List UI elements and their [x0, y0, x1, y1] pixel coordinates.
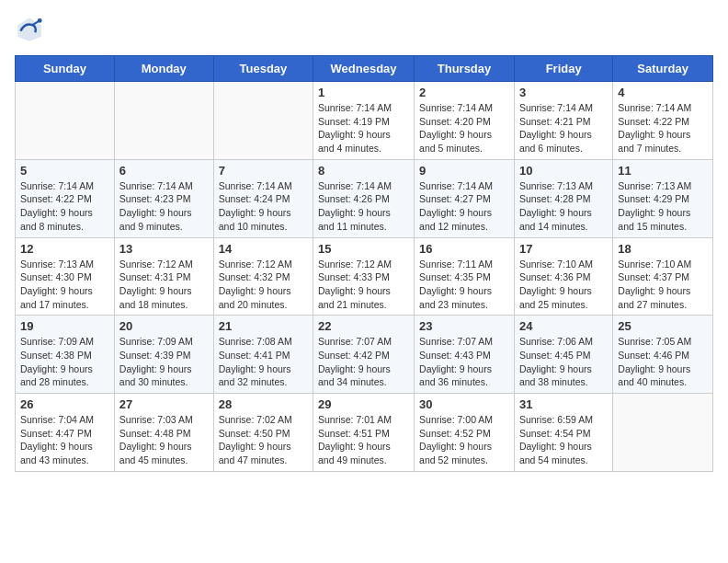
calendar-cell: 10Sunrise: 7:13 AM Sunset: 4:28 PM Dayli…: [514, 159, 612, 237]
day-number: 29: [318, 397, 409, 411]
cell-content: Sunrise: 7:07 AM Sunset: 4:43 PM Dayligh…: [419, 335, 509, 389]
day-number: 24: [519, 319, 608, 333]
calendar-cell: 14Sunrise: 7:12 AM Sunset: 4:32 PM Dayli…: [213, 237, 313, 316]
calendar-cell: 22Sunrise: 7:07 AM Sunset: 4:42 PM Dayli…: [313, 316, 415, 394]
day-number: 3: [519, 86, 608, 99]
calendar-cell: 1Sunrise: 7:14 AM Sunset: 4:19 PM Daylig…: [313, 82, 415, 160]
day-number: 1: [318, 86, 409, 99]
day-number: 19: [20, 319, 109, 333]
day-number: 28: [219, 397, 308, 411]
cell-content: Sunrise: 7:14 AM Sunset: 4:20 PM Dayligh…: [419, 101, 509, 155]
cell-content: Sunrise: 7:14 AM Sunset: 4:23 PM Dayligh…: [119, 179, 209, 234]
day-number: 5: [20, 164, 109, 178]
calendar-cell: 8Sunrise: 7:14 AM Sunset: 4:26 PM Daylig…: [313, 159, 415, 237]
day-number: 18: [618, 242, 708, 256]
day-number: 23: [419, 319, 509, 333]
day-number: 21: [219, 319, 308, 333]
calendar-cell: 16Sunrise: 7:11 AM Sunset: 4:35 PM Dayli…: [415, 237, 515, 316]
cell-content: Sunrise: 7:10 AM Sunset: 4:36 PM Dayligh…: [519, 258, 608, 312]
day-number: 14: [219, 242, 308, 256]
day-number: 30: [419, 397, 509, 411]
cell-content: Sunrise: 7:14 AM Sunset: 4:19 PM Dayligh…: [318, 101, 409, 155]
cell-content: Sunrise: 7:01 AM Sunset: 4:51 PM Dayligh…: [318, 413, 409, 467]
cell-content: Sunrise: 7:10 AM Sunset: 4:37 PM Dayligh…: [618, 258, 708, 312]
calendar-cell: 2Sunrise: 7:14 AM Sunset: 4:20 PM Daylig…: [415, 82, 515, 160]
day-number: 16: [419, 242, 509, 256]
calendar-header-row: SundayMondayTuesdayWednesdayThursdayFrid…: [16, 56, 713, 82]
day-number: 22: [318, 319, 409, 333]
calendar-cell: 30Sunrise: 7:00 AM Sunset: 4:52 PM Dayli…: [415, 394, 515, 472]
calendar-table: SundayMondayTuesdayWednesdayThursdayFrid…: [15, 55, 713, 472]
day-number: 11: [618, 164, 708, 178]
calendar-cell: 6Sunrise: 7:14 AM Sunset: 4:23 PM Daylig…: [114, 159, 213, 237]
cell-content: Sunrise: 7:09 AM Sunset: 4:39 PM Dayligh…: [119, 335, 209, 389]
cell-content: Sunrise: 7:14 AM Sunset: 4:26 PM Dayligh…: [318, 179, 409, 234]
day-header-sunday: Sunday: [16, 56, 115, 82]
cell-content: Sunrise: 7:14 AM Sunset: 4:24 PM Dayligh…: [219, 179, 308, 234]
day-number: 8: [318, 164, 409, 178]
calendar-cell: 12Sunrise: 7:13 AM Sunset: 4:30 PM Dayli…: [16, 237, 115, 316]
cell-content: Sunrise: 7:12 AM Sunset: 4:32 PM Dayligh…: [219, 258, 308, 312]
cell-content: Sunrise: 7:11 AM Sunset: 4:35 PM Dayligh…: [419, 258, 509, 312]
svg-point-1: [38, 18, 42, 23]
calendar-cell: 20Sunrise: 7:09 AM Sunset: 4:39 PM Dayli…: [114, 316, 213, 394]
cell-content: Sunrise: 7:12 AM Sunset: 4:31 PM Dayligh…: [119, 258, 209, 312]
day-header-friday: Friday: [514, 56, 612, 82]
cell-content: Sunrise: 7:05 AM Sunset: 4:46 PM Dayligh…: [618, 335, 708, 389]
calendar-week-4: 19Sunrise: 7:09 AM Sunset: 4:38 PM Dayli…: [16, 316, 713, 394]
calendar-week-5: 26Sunrise: 7:04 AM Sunset: 4:47 PM Dayli…: [16, 394, 713, 472]
calendar-cell: [613, 394, 713, 472]
day-number: 4: [618, 86, 708, 99]
day-number: 26: [20, 397, 109, 411]
calendar-cell: 17Sunrise: 7:10 AM Sunset: 4:36 PM Dayli…: [514, 237, 612, 316]
calendar-cell: 9Sunrise: 7:14 AM Sunset: 4:27 PM Daylig…: [415, 159, 515, 237]
day-number: 17: [519, 242, 608, 256]
day-number: 7: [219, 164, 308, 178]
cell-content: Sunrise: 7:00 AM Sunset: 4:52 PM Dayligh…: [419, 413, 509, 467]
calendar-cell: 4Sunrise: 7:14 AM Sunset: 4:22 PM Daylig…: [613, 82, 713, 160]
day-number: 2: [419, 86, 509, 99]
calendar-cell: 31Sunrise: 6:59 AM Sunset: 4:54 PM Dayli…: [514, 394, 612, 472]
calendar-cell: 15Sunrise: 7:12 AM Sunset: 4:33 PM Dayli…: [313, 237, 415, 316]
page-header: [15, 15, 713, 44]
logo: [15, 15, 48, 44]
day-number: 27: [119, 397, 209, 411]
calendar-cell: 21Sunrise: 7:08 AM Sunset: 4:41 PM Dayli…: [213, 316, 313, 394]
calendar-cell: 13Sunrise: 7:12 AM Sunset: 4:31 PM Dayli…: [114, 237, 213, 316]
cell-content: Sunrise: 7:06 AM Sunset: 4:45 PM Dayligh…: [519, 335, 608, 389]
day-number: 13: [119, 242, 209, 256]
cell-content: Sunrise: 7:03 AM Sunset: 4:48 PM Dayligh…: [119, 413, 209, 467]
calendar-cell: 5Sunrise: 7:14 AM Sunset: 4:22 PM Daylig…: [16, 159, 115, 237]
day-number: 12: [20, 242, 109, 256]
calendar-cell: [114, 82, 213, 160]
cell-content: Sunrise: 7:13 AM Sunset: 4:30 PM Dayligh…: [20, 258, 109, 312]
cell-content: Sunrise: 7:14 AM Sunset: 4:22 PM Dayligh…: [618, 101, 708, 155]
calendar-cell: 18Sunrise: 7:10 AM Sunset: 4:37 PM Dayli…: [613, 237, 713, 316]
day-number: 15: [318, 242, 409, 256]
cell-content: Sunrise: 7:02 AM Sunset: 4:50 PM Dayligh…: [219, 413, 308, 467]
day-header-tuesday: Tuesday: [213, 56, 313, 82]
cell-content: Sunrise: 7:13 AM Sunset: 4:29 PM Dayligh…: [618, 179, 708, 234]
day-number: 31: [519, 397, 608, 411]
calendar-cell: 26Sunrise: 7:04 AM Sunset: 4:47 PM Dayli…: [16, 394, 115, 472]
calendar-cell: 28Sunrise: 7:02 AM Sunset: 4:50 PM Dayli…: [213, 394, 313, 472]
day-number: 20: [119, 319, 209, 333]
calendar-cell: 29Sunrise: 7:01 AM Sunset: 4:51 PM Dayli…: [313, 394, 415, 472]
calendar-cell: [16, 82, 115, 160]
cell-content: Sunrise: 7:14 AM Sunset: 4:27 PM Dayligh…: [419, 179, 509, 234]
calendar-cell: [213, 82, 313, 160]
calendar-cell: 24Sunrise: 7:06 AM Sunset: 4:45 PM Dayli…: [514, 316, 612, 394]
calendar-cell: 25Sunrise: 7:05 AM Sunset: 4:46 PM Dayli…: [613, 316, 713, 394]
cell-content: Sunrise: 6:59 AM Sunset: 4:54 PM Dayligh…: [519, 413, 608, 467]
cell-content: Sunrise: 7:09 AM Sunset: 4:38 PM Dayligh…: [20, 335, 109, 389]
calendar-week-3: 12Sunrise: 7:13 AM Sunset: 4:30 PM Dayli…: [16, 237, 713, 316]
cell-content: Sunrise: 7:13 AM Sunset: 4:28 PM Dayligh…: [519, 179, 608, 234]
cell-content: Sunrise: 7:04 AM Sunset: 4:47 PM Dayligh…: [20, 413, 109, 467]
calendar-week-1: 1Sunrise: 7:14 AM Sunset: 4:19 PM Daylig…: [16, 82, 713, 160]
calendar-cell: 7Sunrise: 7:14 AM Sunset: 4:24 PM Daylig…: [213, 159, 313, 237]
calendar-week-2: 5Sunrise: 7:14 AM Sunset: 4:22 PM Daylig…: [16, 159, 713, 237]
day-number: 6: [119, 164, 209, 178]
cell-content: Sunrise: 7:07 AM Sunset: 4:42 PM Dayligh…: [318, 335, 409, 389]
cell-content: Sunrise: 7:12 AM Sunset: 4:33 PM Dayligh…: [318, 258, 409, 312]
calendar-cell: 19Sunrise: 7:09 AM Sunset: 4:38 PM Dayli…: [16, 316, 115, 394]
